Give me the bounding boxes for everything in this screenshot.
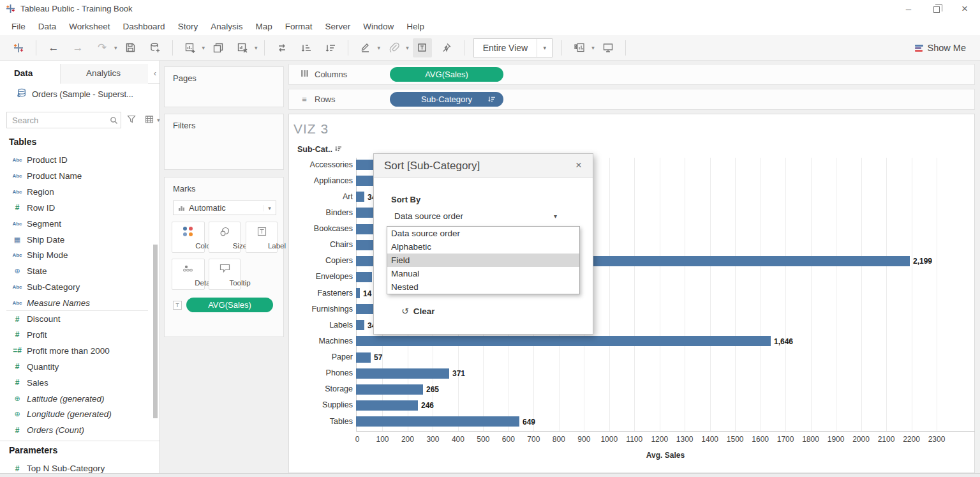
mark-type-dropdown[interactable]: Automatic ▾ bbox=[173, 201, 276, 215]
duplicate-sheet-icon[interactable] bbox=[209, 38, 228, 57]
show-mark-labels-icon[interactable] bbox=[413, 38, 432, 57]
pages-card[interactable]: Pages bbox=[164, 66, 284, 107]
filter-fields-icon[interactable] bbox=[127, 114, 136, 126]
show-me-button[interactable]: Show Me bbox=[915, 35, 966, 61]
field-label: Ship Date bbox=[27, 235, 64, 245]
paperclip-caret-icon[interactable]: ▾ bbox=[406, 45, 409, 51]
size-button[interactable]: Size bbox=[209, 222, 241, 253]
new-data-source-icon[interactable] bbox=[145, 38, 165, 57]
view-options-caret-icon[interactable]: ▾ bbox=[157, 117, 160, 123]
size-icon bbox=[209, 227, 240, 237]
columns-shelf[interactable]: Columns AVG(Sales) bbox=[288, 64, 975, 85]
menu-item-help[interactable]: Help bbox=[400, 22, 431, 31]
sort-badge-icon[interactable] bbox=[488, 95, 496, 105]
menu-item-data[interactable]: Data bbox=[32, 22, 63, 31]
field-item-region[interactable]: AbcRegion bbox=[0, 184, 152, 200]
tableau-logo-icon[interactable] bbox=[9, 38, 28, 57]
search-input[interactable] bbox=[6, 112, 121, 128]
back-icon[interactable]: ← bbox=[44, 38, 63, 57]
presentation-mode-icon[interactable] bbox=[598, 38, 618, 57]
menu-item-map[interactable]: Map bbox=[249, 22, 278, 31]
show-me-panel-caret-icon[interactable]: ▾ bbox=[591, 45, 595, 51]
detail-button[interactable]: Detail bbox=[172, 259, 205, 290]
field-item-sub-category[interactable]: AbcSub-Category bbox=[0, 279, 152, 295]
menu-item-dashboard[interactable]: Dashboard bbox=[117, 22, 172, 31]
field-item-ship-mode[interactable]: AbcShip Mode bbox=[0, 247, 152, 263]
field-item-state[interactable]: ⊕State bbox=[0, 263, 152, 279]
restore-button[interactable] bbox=[923, 0, 951, 18]
filters-card[interactable]: Filters bbox=[164, 114, 284, 170]
menu-item-window[interactable]: Window bbox=[357, 22, 400, 31]
rows-shelf[interactable]: ≡ Rows Sub-Category bbox=[288, 89, 975, 110]
clear-sheet-caret-icon[interactable]: ▾ bbox=[255, 45, 258, 51]
fit-caret-icon[interactable]: ▾ bbox=[537, 39, 552, 57]
field-item-segment[interactable]: AbcSegment bbox=[0, 216, 152, 232]
field-item-orders-count-[interactable]: #Orders (Count) bbox=[0, 422, 152, 438]
field-item-product-name[interactable]: AbcProduct Name bbox=[0, 168, 152, 184]
close-button[interactable]: × bbox=[951, 0, 979, 18]
dialog-close-icon[interactable]: × bbox=[572, 159, 585, 172]
tab-data[interactable]: Data bbox=[0, 64, 60, 84]
sort-option-manual[interactable]: Manual bbox=[387, 267, 579, 280]
field-item-quantity[interactable]: #Quantity bbox=[0, 359, 152, 375]
field-item-sales[interactable]: #Sales bbox=[0, 375, 152, 391]
fix-axes-pin-icon[interactable] bbox=[437, 38, 456, 57]
field-item-product-id[interactable]: AbcProduct ID bbox=[0, 152, 152, 168]
field-item-profit[interactable]: #Profit bbox=[0, 327, 152, 343]
sort-ascending-icon[interactable] bbox=[297, 38, 316, 57]
tooltip-button[interactable]: Tooltip bbox=[209, 259, 241, 290]
highlight-caret-icon[interactable]: ▾ bbox=[378, 45, 381, 51]
menu-item-file[interactable]: File bbox=[5, 22, 32, 31]
field-item-profit-more-than-2000[interactable]: =#Profit more than 2000 bbox=[0, 343, 152, 359]
menu-item-analysis[interactable]: Analysis bbox=[204, 22, 249, 31]
field-label: Product Name bbox=[27, 171, 82, 181]
menu-item-story[interactable]: Story bbox=[172, 22, 205, 31]
search-row: ▾ bbox=[6, 112, 154, 128]
new-worksheet-caret-icon[interactable]: ▾ bbox=[202, 45, 205, 51]
clear-sheet-icon[interactable] bbox=[233, 38, 252, 57]
field-label: State bbox=[27, 266, 47, 276]
field-item-discount[interactable]: #Discount bbox=[0, 311, 152, 327]
sort-option-data-source-order[interactable]: Data source order bbox=[387, 227, 579, 240]
menu-item-format[interactable]: Format bbox=[279, 22, 319, 31]
sort-option-field[interactable]: Field bbox=[387, 254, 579, 267]
menu-item-worksheet[interactable]: Worksheet bbox=[63, 22, 116, 31]
sort-option-nested[interactable]: Nested bbox=[387, 280, 579, 294]
field-label: Latitude (generated) bbox=[27, 394, 105, 404]
field-item-measure-names[interactable]: AbcMeasure Names bbox=[0, 295, 152, 311]
sort-by-dropdown[interactable]: Data source order ▾ bbox=[391, 209, 558, 223]
sort-option-alphabetic[interactable]: Alphabetic bbox=[387, 240, 579, 254]
fit-selector[interactable]: Entire View ▾ bbox=[473, 38, 553, 57]
datasource-item[interactable]: Orders (Sample - Superst... bbox=[17, 88, 157, 100]
marks-avg-sales-pill[interactable]: AVG(Sales) bbox=[186, 298, 273, 312]
field-item-ship-date[interactable]: ▦Ship Date bbox=[0, 232, 152, 248]
rows-pill-sub-category[interactable]: Sub-Category bbox=[390, 92, 503, 107]
sort-by-caret-icon[interactable]: ▾ bbox=[554, 213, 558, 220]
forward-icon[interactable]: → bbox=[68, 38, 87, 57]
label-button[interactable]: Label bbox=[246, 222, 278, 253]
new-worksheet-icon[interactable] bbox=[181, 38, 200, 57]
replay-caret-icon[interactable]: ▾ bbox=[114, 45, 117, 51]
sort-dialog-titlebar[interactable]: Sort [Sub-Category] × bbox=[374, 154, 593, 178]
tab-analytics[interactable]: Analytics bbox=[60, 64, 148, 84]
color-button[interactable]: Color bbox=[172, 222, 205, 253]
mark-type-caret-icon[interactable]: ▾ bbox=[263, 205, 276, 211]
replay-icon[interactable]: ↷ bbox=[93, 38, 112, 57]
collapse-pane-icon[interactable]: ‹ bbox=[154, 68, 156, 78]
fields-scrollbar[interactable] bbox=[153, 245, 158, 418]
field-item-latitude-generated-[interactable]: ⊕Latitude (generated) bbox=[0, 391, 152, 407]
save-icon[interactable] bbox=[121, 38, 140, 57]
menu-item-server[interactable]: Server bbox=[318, 22, 357, 31]
sort-descending-icon[interactable] bbox=[321, 38, 340, 57]
show-me-panel-icon[interactable] bbox=[570, 38, 589, 57]
columns-pill-avg-sales[interactable]: AVG(Sales) bbox=[390, 67, 503, 82]
view-options-grid-icon[interactable] bbox=[145, 114, 154, 126]
field-item-longitude-generated-[interactable]: ⊕Longitude (generated) bbox=[0, 406, 152, 422]
minimize-button[interactable]: – bbox=[895, 0, 923, 18]
highlight-icon[interactable] bbox=[356, 38, 375, 57]
swap-rows-columns-icon[interactable] bbox=[272, 38, 292, 57]
paperclip-icon[interactable] bbox=[384, 38, 403, 57]
clear-sort-button[interactable]: ↺ Clear bbox=[401, 306, 435, 316]
field-label: Segment bbox=[27, 219, 61, 229]
field-item-row-id[interactable]: #Row ID bbox=[0, 200, 152, 216]
